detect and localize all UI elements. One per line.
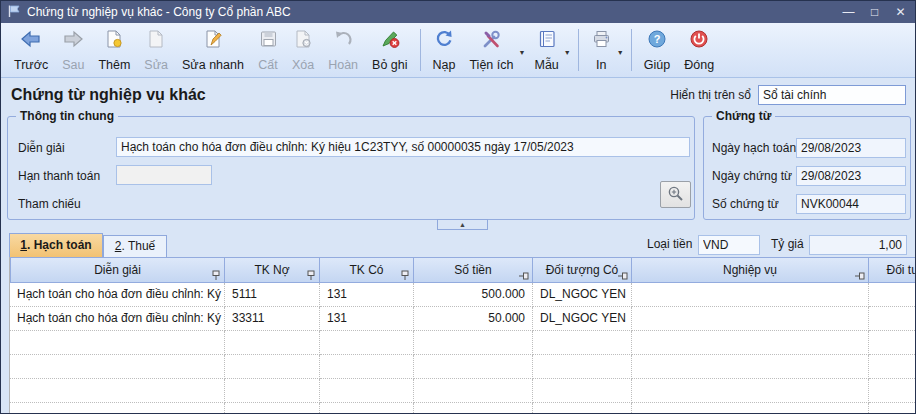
tham-chieu-lookup-button[interactable] bbox=[660, 181, 691, 208]
cell-so-tien[interactable]: 50.000 bbox=[414, 307, 533, 331]
pin-horizontal-icon[interactable] bbox=[854, 265, 865, 283]
pin-horizontal-icon[interactable] bbox=[617, 265, 628, 283]
tab-strip: 1. Hạch toán 2. Thuế Loại tiền Tỷ giá bbox=[1, 233, 915, 257]
column-header-so-tien[interactable]: Số tiền bbox=[414, 257, 533, 283]
toolbar-separator bbox=[631, 29, 632, 71]
dien-giai-field[interactable] bbox=[116, 137, 690, 157]
toolbar-button-giup[interactable]: ? Giúp bbox=[637, 25, 677, 75]
cell-tk-no[interactable]: 33311 bbox=[225, 307, 320, 331]
column-header-nghiep-vu[interactable]: Nghiệp vụ bbox=[632, 257, 869, 283]
pin-vertical-icon[interactable] bbox=[306, 265, 316, 283]
toolbar-separator bbox=[578, 29, 579, 71]
toolbar-button-hoan[interactable]: Hoàn bbox=[321, 25, 365, 75]
loai-tien-label: Loại tiền bbox=[647, 237, 692, 251]
ty-gia-label: Tỷ giá bbox=[771, 237, 804, 251]
general-info-group: Thông tin chung Diễn giải Hạn thanh toán… bbox=[7, 116, 695, 220]
maximize-button[interactable]: □ bbox=[866, 5, 883, 19]
page-title: Chứng từ nghiệp vụ khác bbox=[11, 86, 670, 104]
window-title: Chứng từ nghiệp vụ khác - Công ty Cổ phầ… bbox=[27, 5, 840, 19]
content-area: Thông tin chung Diễn giải Hạn thanh toán… bbox=[1, 111, 915, 233]
dien-giai-label: Diễn giải bbox=[18, 141, 65, 155]
empty-row[interactable] bbox=[10, 355, 916, 379]
cell-so-tien[interactable]: 500.000 bbox=[414, 283, 533, 307]
cell-doi-tuong-co[interactable]: DL_NGOC YEN bbox=[533, 307, 632, 331]
document-group: Chứng từ Ngày hạch toán Ngày chứng từ Số… bbox=[703, 116, 911, 220]
cell-tk-no[interactable]: 5111 bbox=[225, 283, 320, 307]
toolbar-button-sau[interactable]: Sau bbox=[55, 25, 91, 75]
tab-hach-toan[interactable]: 1. Hạch toán bbox=[9, 233, 103, 257]
toolbar-button-dong[interactable]: Đóng bbox=[677, 25, 721, 75]
empty-row[interactable] bbox=[10, 379, 916, 403]
minimize-button[interactable]: — bbox=[840, 5, 857, 19]
so-chung-tu-field[interactable] bbox=[796, 194, 906, 214]
cell-nghiep-vu[interactable] bbox=[632, 307, 869, 331]
han-thanh-toan-label: Hạn thanh toán bbox=[18, 169, 100, 183]
table-row[interactable]: Hạch toán cho hóa đơn điều chỉnh: Ký h 5… bbox=[10, 283, 916, 307]
grid-header-row: Diễn giải TK Nợ TK Có Số tiền Đối tượng … bbox=[10, 257, 916, 283]
toolbar-button-in[interactable]: In ▼ bbox=[584, 25, 626, 75]
pin-vertical-icon[interactable] bbox=[400, 265, 410, 283]
refresh-icon bbox=[434, 29, 454, 52]
cell-dien-giai[interactable]: Hạch toán cho hóa đơn điều chỉnh: Ký h bbox=[10, 283, 225, 307]
empty-row[interactable] bbox=[10, 403, 916, 414]
collapse-panel-button[interactable]: ▲ bbox=[437, 219, 488, 230]
utilities-icon bbox=[481, 29, 501, 52]
cell-doi-tuong[interactable] bbox=[869, 283, 916, 307]
dropdown-caret-icon[interactable]: ▼ bbox=[617, 49, 624, 56]
column-header-doi-tuong-co[interactable]: Đối tượng Có bbox=[533, 257, 632, 283]
column-header-doi-tuong[interactable]: Đối tượng bbox=[869, 257, 916, 283]
cell-doi-tuong-co[interactable]: DL_NGOC YEN bbox=[533, 283, 632, 307]
cell-tk-co[interactable]: 131 bbox=[320, 307, 414, 331]
template-icon bbox=[537, 29, 557, 52]
pin-horizontal-icon[interactable] bbox=[518, 265, 529, 283]
han-thanh-toan-field[interactable] bbox=[116, 165, 212, 185]
toolbar-button-xoa[interactable]: Xóa bbox=[285, 25, 321, 75]
app-flag-icon bbox=[7, 4, 21, 21]
add-icon bbox=[104, 29, 124, 52]
toolbar-separator bbox=[420, 29, 421, 71]
ngay-hach-toan-field[interactable] bbox=[796, 138, 906, 158]
toolbar-button-sua[interactable]: Sửa bbox=[137, 25, 175, 75]
empty-row[interactable] bbox=[10, 331, 916, 355]
forward-icon bbox=[62, 29, 84, 52]
close-button[interactable]: ✕ bbox=[892, 5, 909, 19]
ngay-chung-tu-label: Ngày chứng từ bbox=[712, 169, 792, 183]
ty-gia-field[interactable] bbox=[809, 235, 907, 255]
loai-tien-field[interactable] bbox=[698, 235, 760, 255]
pin-vertical-icon[interactable] bbox=[211, 265, 221, 283]
column-header-tk-no[interactable]: TK Nợ bbox=[225, 257, 320, 283]
document-group-label: Chứng từ bbox=[712, 109, 775, 123]
cell-dien-giai[interactable]: Hạch toán cho hóa đơn điều chỉnh: Ký h bbox=[10, 307, 225, 331]
toolbar-button-bo-ghi[interactable]: Bỏ ghi bbox=[365, 25, 414, 75]
toolbar: Trước Sau Thêm Sửa Sửa nhanh Cất Xóa Ho bbox=[1, 23, 915, 78]
save-icon bbox=[258, 29, 278, 52]
ngay-chung-tu-field[interactable] bbox=[796, 166, 906, 186]
help-icon: ? bbox=[647, 29, 667, 52]
edit-icon bbox=[146, 29, 166, 52]
cell-nghiep-vu[interactable] bbox=[632, 283, 869, 307]
quick-edit-icon bbox=[203, 29, 223, 52]
toolbar-button-truoc[interactable]: Trước bbox=[7, 25, 55, 75]
toolbar-button-sua-nhanh[interactable]: Sửa nhanh bbox=[175, 25, 251, 75]
tab-thue[interactable]: 2. Thuế bbox=[103, 235, 167, 257]
title-bar: Chứng từ nghiệp vụ khác - Công ty Cổ phầ… bbox=[1, 1, 915, 23]
toolbar-button-tien-ich[interactable]: Tiện ích ▼ bbox=[462, 25, 527, 75]
dropdown-caret-icon[interactable]: ▼ bbox=[519, 49, 526, 56]
dropdown-caret-icon[interactable]: ▼ bbox=[564, 49, 571, 56]
page-header: Chứng từ nghiệp vụ khác Hiển thị trên sổ bbox=[1, 79, 915, 111]
app-window: Chứng từ nghiệp vụ khác - Công ty Cổ phầ… bbox=[0, 0, 916, 414]
table-row[interactable]: Hạch toán cho hóa đơn điều chỉnh: Ký h 3… bbox=[10, 307, 916, 331]
display-on-book-field[interactable] bbox=[758, 85, 906, 105]
column-header-dien-giai[interactable]: Diễn giải bbox=[10, 257, 225, 283]
tham-chieu-label: Tham chiếu bbox=[18, 197, 81, 211]
ngay-hach-toan-label: Ngày hạch toán bbox=[712, 141, 796, 155]
toolbar-button-mau[interactable]: Mẫu ▼ bbox=[527, 25, 572, 75]
toolbar-button-nap[interactable]: Nạp bbox=[426, 25, 463, 75]
cell-tk-co[interactable]: 131 bbox=[320, 283, 414, 307]
collapse-triangle-icon: ▲ bbox=[459, 221, 466, 228]
toolbar-button-them[interactable]: Thêm bbox=[91, 25, 137, 75]
display-on-book-label: Hiển thị trên sổ bbox=[670, 88, 751, 102]
column-header-tk-co[interactable]: TK Có bbox=[320, 257, 414, 283]
toolbar-button-cat[interactable]: Cất bbox=[251, 25, 285, 75]
cell-doi-tuong[interactable] bbox=[869, 307, 916, 331]
